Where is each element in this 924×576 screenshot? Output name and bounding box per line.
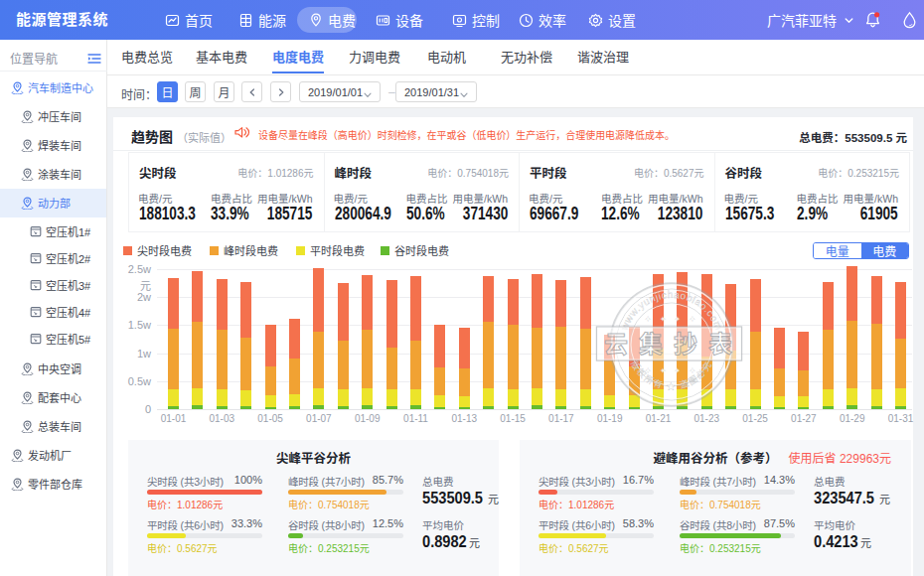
svg-text:✦ ✦ ✦ ✦: ✦ ✦ ✦ ✦ bbox=[645, 366, 698, 375]
svg-text:云集抄表: 云集抄表 bbox=[604, 331, 743, 358]
svg-text:✦ ✦ ✦ ✦: ✦ ✦ ✦ ✦ bbox=[645, 315, 698, 324]
